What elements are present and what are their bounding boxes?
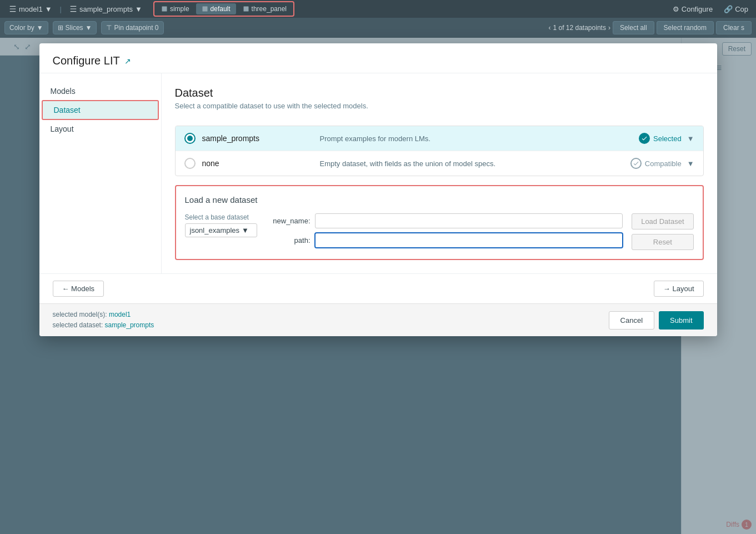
color-by-label: Color by — [9, 24, 34, 32]
color-by-icon: ▼ — [37, 24, 43, 32]
submit-btn[interactable]: Submit — [659, 311, 703, 330]
footer-nav-right: → Layout — [654, 281, 704, 297]
svg-rect-2 — [243, 7, 248, 12]
external-link-icon[interactable]: ↗ — [124, 57, 131, 66]
slices-icon: ⊞ — [58, 24, 63, 32]
datapoints-label: ‹ — [548, 24, 550, 32]
prompts-selector[interactable]: sample_prompts ▼ — [65, 3, 147, 16]
base-dataset-label: Select a base dataset — [185, 213, 257, 221]
model-label: model1 — [19, 5, 43, 13]
field-row-name: new_name: — [266, 213, 623, 228]
pin-icon: ⊤ — [106, 24, 112, 32]
layout-tabs: simple default three_panel — [153, 1, 294, 17]
path-input[interactable] — [315, 233, 623, 248]
modal-overlay: Configure LIT ↗ Models Dataset Layout — [0, 38, 756, 534]
selected-model-link[interactable]: model1 — [109, 311, 131, 318]
section-desc: Select a compatible dataset to use with … — [175, 102, 704, 110]
clear-label: Clear s — [723, 24, 744, 32]
dataset-list: sample_prompts Prompt examples for moder… — [175, 126, 704, 176]
bottom-actions: Cancel Submit — [609, 311, 704, 330]
selected-model-prefix: selected model(s): — [53, 311, 107, 318]
second-bar: Color by ▼ ⊞ Slices ▼ ⊤ Pin datapoint 0 … — [0, 18, 756, 38]
forward-layout-btn[interactable]: → Layout — [654, 281, 704, 297]
tab-three-panel[interactable]: three_panel — [237, 3, 292, 14]
footer-nav-left: ← Models — [53, 281, 104, 297]
load-new-dataset-section: Load a new dataset Select a base dataset… — [175, 185, 704, 260]
color-by-btn[interactable]: Color by ▼ — [4, 21, 48, 34]
select-all-label: Select all — [620, 24, 647, 32]
dataset-row-sample-prompts[interactable]: sample_prompts Prompt examples for moder… — [176, 126, 703, 151]
field-name-label: new_name: — [266, 217, 311, 225]
reset-load-btn[interactable]: Reset — [632, 234, 693, 250]
tab-simple-label: simple — [170, 5, 189, 13]
modal-sidebar: Models Dataset Layout — [39, 73, 162, 273]
selected-dataset-info: selected dataset: sample_prompts — [53, 320, 154, 331]
load-dataset-title: Load a new dataset — [185, 195, 694, 204]
tab-default[interactable]: default — [196, 3, 236, 14]
dataset-desc-none: Empty dataset, with fields as the union … — [320, 159, 624, 168]
selected-dataset-prefix: selected dataset: — [53, 321, 103, 329]
section-title: Dataset — [175, 87, 704, 99]
dataset-status-none: Compatible ▼ — [630, 158, 694, 169]
dataset-status-sample-prompts: Selected ▼ — [639, 133, 694, 144]
tab-default-label: default — [211, 5, 231, 13]
model-dropdown-icon: ▼ — [45, 5, 52, 13]
base-dataset-value: jsonl_examples — [190, 226, 240, 234]
modal-main: Dataset Select a compatible dataset to u… — [162, 73, 717, 273]
modal-title: Configure LIT — [53, 54, 120, 67]
status-selected-label: Selected — [653, 134, 682, 143]
slices-label: Slices — [66, 24, 83, 32]
prompts-label: sample_prompts — [79, 5, 133, 13]
second-bar-right: ‹ 1 of 12 datapoints › Select all Select… — [548, 21, 752, 34]
select-random-label: Select random — [664, 24, 707, 32]
svg-rect-0 — [162, 7, 167, 12]
sidebar-item-models[interactable]: Models — [39, 82, 161, 100]
clear-btn[interactable]: Clear s — [716, 21, 752, 34]
sidebar-layout-label: Layout — [51, 124, 74, 133]
slices-dropdown-icon: ▼ — [86, 24, 92, 32]
separator: | — [60, 5, 62, 13]
new-name-input[interactable] — [315, 213, 623, 228]
pin-btn[interactable]: ⊤ Pin datapoint 0 — [101, 21, 163, 34]
base-dataset-arrow: ▼ — [242, 226, 249, 234]
back-models-btn[interactable]: ← Models — [53, 281, 104, 297]
svg-rect-1 — [202, 7, 207, 12]
sidebar-models-label: Models — [51, 87, 76, 96]
bottom-info: selected model(s): model1 selected datas… — [53, 310, 154, 331]
copy-btn[interactable]: 🔗 Cop — [720, 4, 752, 14]
sidebar-item-layout[interactable]: Layout — [39, 120, 161, 138]
select-random-btn[interactable]: Select random — [657, 21, 714, 34]
prompts-dropdown-icon: ▼ — [135, 5, 142, 13]
base-dataset-dropdown[interactable]: jsonl_examples ▼ — [185, 223, 257, 237]
load-dataset-form: Select a base dataset jsonl_examples ▼ n… — [185, 213, 694, 250]
radio-sample-prompts[interactable] — [184, 133, 196, 144]
load-dataset-btn[interactable]: Load Dataset — [632, 213, 693, 229]
tab-three-panel-label: three_panel — [252, 5, 287, 13]
dataset-desc-sample-prompts: Prompt examples for modern LMs. — [320, 134, 633, 143]
modal-footer: ← Models → Layout — [39, 273, 717, 303]
select-all-btn[interactable]: Select all — [613, 21, 654, 34]
cancel-btn[interactable]: Cancel — [609, 311, 654, 330]
dataset-row-none[interactable]: none Empty dataset, with fields as the u… — [176, 151, 703, 176]
selected-check-icon — [639, 133, 650, 144]
top-bar-right: ⚙ Configure 🔗 Cop — [669, 4, 752, 14]
selected-model-info: selected model(s): model1 — [53, 310, 154, 320]
expand-compatible-icon[interactable]: ▼ — [687, 159, 694, 168]
tab-simple[interactable]: simple — [156, 3, 195, 14]
datapoints-count: 1 of 12 datapoints — [553, 24, 605, 32]
sidebar-item-dataset[interactable]: Dataset — [42, 100, 159, 120]
section-header: Dataset Select a compatible dataset to u… — [175, 87, 704, 117]
slices-btn[interactable]: ⊞ Slices ▼ — [53, 21, 97, 34]
radio-none[interactable] — [184, 158, 196, 169]
gear-icon: ⚙ — [673, 5, 679, 13]
expand-selected-icon[interactable]: ▼ — [687, 134, 694, 143]
configure-btn[interactable]: ⚙ Configure — [669, 4, 716, 14]
selected-dataset-link[interactable]: sample_prompts — [105, 321, 154, 329]
copy-icon: 🔗 — [724, 5, 733, 13]
model-selector[interactable]: model1 ▼ — [4, 3, 57, 16]
base-dataset-select: Select a base dataset jsonl_examples ▼ — [185, 213, 257, 237]
top-bar: model1 ▼ | sample_prompts ▼ simple defau… — [0, 0, 756, 18]
copy-label: Cop — [735, 5, 748, 13]
status-compatible-label: Compatible — [645, 159, 682, 168]
modal-body: Models Dataset Layout Dataset Select a c… — [39, 73, 717, 273]
